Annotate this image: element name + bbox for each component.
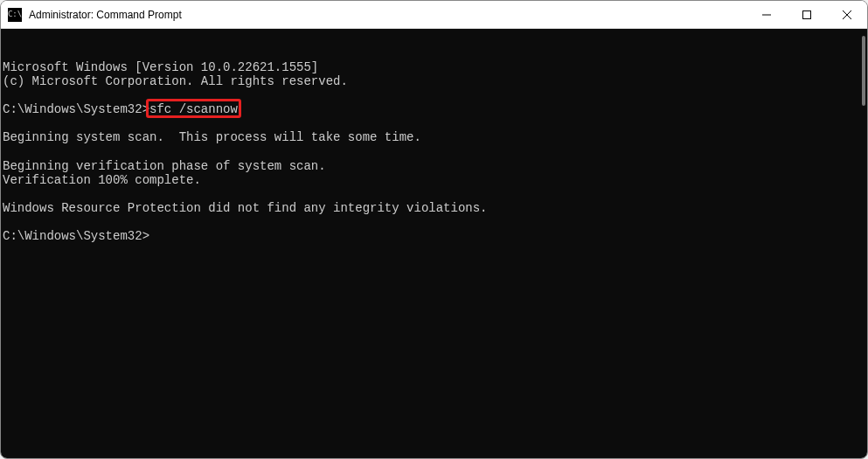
svg-rect-1 <box>803 10 811 18</box>
highlighted-command: sfc /scannow <box>149 102 238 116</box>
terminal-line: Verification 100% complete. <box>3 173 865 187</box>
close-button[interactable] <box>827 1 867 28</box>
cmd-icon-glyph: C:\ <box>8 10 22 18</box>
window-title: Administrator: Command Prompt <box>29 9 746 21</box>
terminal-line: Beginning verification phase of system s… <box>3 159 865 173</box>
minimize-button[interactable] <box>746 1 787 28</box>
cmd-icon: C:\ <box>8 8 22 22</box>
terminal-line: C:\Windows\System32> <box>3 229 865 243</box>
command-prompt-window: C:\ Administrator: Command Prompt <box>0 0 868 459</box>
terminal-line <box>3 187 865 201</box>
scrollbar[interactable] <box>862 36 865 106</box>
terminal-line: (c) Microsoft Corporation. All rights re… <box>3 74 865 88</box>
titlebar[interactable]: C:\ Administrator: Command Prompt <box>1 1 867 29</box>
terminal-line: Windows Resource Protection did not find… <box>3 201 865 215</box>
terminal-line: C:\Windows\System32>sfc /scannow <box>3 102 865 116</box>
close-icon <box>843 10 851 19</box>
minimize-icon <box>762 10 771 19</box>
maximize-icon <box>802 10 811 19</box>
terminal-line <box>3 215 865 229</box>
terminal-line <box>3 116 865 130</box>
terminal-output[interactable]: Microsoft Windows [Version 10.0.22621.15… <box>1 29 867 458</box>
terminal-line: Beginning system scan. This process will… <box>3 130 865 144</box>
terminal-line: Microsoft Windows [Version 10.0.22621.15… <box>3 60 865 74</box>
maximize-button[interactable] <box>787 1 827 28</box>
window-controls <box>746 1 867 28</box>
terminal-lines-container: Microsoft Windows [Version 10.0.22621.15… <box>3 60 865 243</box>
terminal-line <box>3 145 865 159</box>
prompt-text: C:\Windows\System32> <box>3 102 149 116</box>
terminal-line <box>3 88 865 102</box>
